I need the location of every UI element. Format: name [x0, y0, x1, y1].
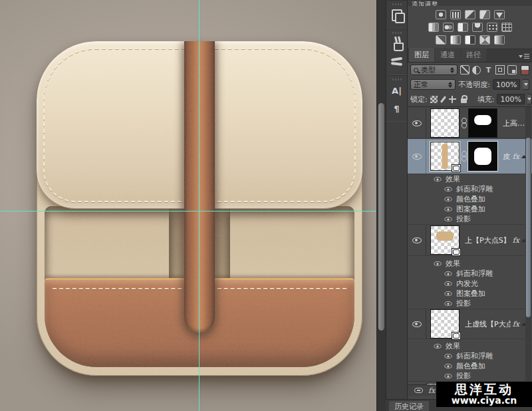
shape-layer-filter-icon[interactable] [495, 65, 505, 74]
effect-item[interactable]: 颜色叠加 [408, 361, 532, 371]
layers-scrollbar[interactable] [525, 107, 531, 384]
curves-icon[interactable] [465, 10, 475, 19]
fill-value[interactable]: 100% [497, 94, 524, 104]
effects-header[interactable]: 效果 [408, 341, 532, 351]
dock-grip[interactable] [392, 3, 402, 5]
opacity-value[interactable]: 100% [493, 79, 520, 90]
adjustment-layer-filter-icon[interactable] [472, 66, 481, 74]
effect-item[interactable]: 颜色叠加 [408, 194, 532, 204]
lock-pixels-icon[interactable] [440, 96, 446, 103]
eye-icon[interactable] [444, 207, 452, 211]
paragraph-panel-icon[interactable]: ¶ [389, 100, 405, 116]
eye-icon[interactable] [444, 281, 452, 286]
pixel-layer-filter-icon[interactable] [460, 65, 469, 74]
satchel-icon-artwork[interactable] [37, 41, 362, 376]
brightness-contrast-icon[interactable] [436, 10, 446, 19]
layer-name[interactable]: 皮… [503, 152, 511, 162]
eye-icon[interactable] [412, 321, 422, 327]
color-lookup-icon[interactable] [501, 23, 512, 32]
eye-icon[interactable] [444, 217, 452, 221]
mask-link-icon[interactable] [461, 151, 467, 162]
eye-icon[interactable] [412, 154, 422, 160]
layer-thumbnail[interactable] [430, 309, 460, 339]
photo-filter-icon[interactable] [472, 23, 483, 32]
vibrance-icon[interactable] [494, 10, 505, 19]
tab-layers[interactable]: 图层 [409, 48, 434, 62]
threshold-icon[interactable] [465, 35, 475, 45]
hue-saturation-icon[interactable] [428, 23, 439, 32]
channel-mixer-icon[interactable] [487, 23, 497, 32]
effect-item[interactable]: 斜面和浮雕 [408, 184, 532, 194]
exposure-icon[interactable] [479, 10, 490, 19]
eye-icon[interactable] [444, 291, 452, 296]
filter-kind-dropdown[interactable]: 类型 [410, 65, 458, 75]
type-layer-filter-icon[interactable]: T [484, 65, 493, 74]
blend-mode-dropdown[interactable]: 正常 [410, 79, 456, 90]
layer-row-strap-selected[interactable]: 皮… fx [408, 139, 532, 174]
eye-icon[interactable] [444, 364, 452, 368]
effect-item[interactable]: 图案叠加 [408, 204, 532, 214]
smart-object-filter-icon[interactable] [507, 65, 517, 74]
lock-transparency-icon[interactable] [430, 96, 438, 103]
effects-header[interactable]: 效果 [408, 174, 532, 184]
visibility-cell[interactable] [408, 225, 426, 255]
tool-presets-panel-icon[interactable] [389, 54, 405, 70]
layers-scrollbar-thumb[interactable] [526, 138, 531, 317]
black-white-icon[interactable] [458, 23, 468, 32]
visibility-cell[interactable] [408, 108, 426, 138]
effect-item[interactable]: 图案叠加 [408, 289, 532, 299]
lock-all-icon[interactable] [461, 98, 467, 103]
eye-icon[interactable] [444, 301, 452, 306]
dock-grip[interactable] [392, 78, 402, 80]
mask-link-icon[interactable] [461, 118, 467, 128]
character-panel-icon[interactable]: A| [389, 82, 405, 98]
eye-icon[interactable] [444, 187, 452, 192]
dock-grip[interactable] [392, 32, 402, 34]
layer-row-highlight[interactable]: 上高… [408, 108, 532, 138]
visibility-cell[interactable] [408, 309, 426, 339]
layer-name[interactable]: 上虚线【P大点… [465, 319, 511, 329]
invert-icon[interactable] [436, 35, 446, 45]
tab-paths[interactable]: 路径 [461, 48, 486, 62]
effect-item[interactable]: 投影 [408, 299, 532, 309]
layer-thumbnail[interactable] [430, 108, 460, 138]
layer-mask-thumbnail[interactable] [468, 142, 497, 171]
layer-mask-thumbnail[interactable] [468, 108, 497, 138]
layer-row-flap[interactable]: 上【P大点S】 fx [408, 224, 532, 256]
posterize-icon[interactable] [450, 35, 461, 45]
vertical-guide[interactable] [199, 0, 200, 411]
canvas-vertical-scrollbar[interactable] [376, 0, 386, 411]
layer-thumbnail[interactable] [430, 142, 460, 171]
canvas-scrollbar-thumb[interactable] [378, 103, 384, 331]
gradient-map-icon[interactable] [494, 35, 505, 45]
document-canvas[interactable] [0, 0, 376, 411]
effect-item[interactable]: 内发光 [408, 279, 532, 289]
eye-icon[interactable] [444, 354, 452, 358]
tab-history[interactable]: 历史记录 [389, 401, 429, 411]
eye-icon[interactable] [434, 177, 441, 182]
add-layer-style-icon[interactable]: fx [428, 386, 435, 395]
effects-header[interactable]: 效果 [408, 259, 532, 269]
effect-item[interactable]: 投影 [408, 214, 532, 224]
selective-color-icon[interactable] [479, 35, 490, 45]
levels-icon[interactable] [450, 10, 461, 19]
styles-panel-icon[interactable] [389, 7, 405, 23]
eye-icon[interactable] [444, 271, 452, 276]
layer-name[interactable]: 上【P大点S】 [465, 235, 511, 245]
panel-menu-icon[interactable] [519, 53, 529, 60]
horizontal-guide[interactable] [0, 211, 376, 211]
layer-row-dashed-line[interactable]: 上虚线【P大点… fx [408, 309, 532, 339]
filter-toggle-icon[interactable] [521, 65, 529, 75]
visibility-cell[interactable] [408, 139, 426, 174]
opacity-dropdown-arrow[interactable] [523, 79, 529, 90]
fill-dropdown-arrow[interactable] [527, 94, 532, 104]
tab-channels[interactable]: 通道 [435, 48, 460, 62]
eye-icon[interactable] [434, 344, 441, 348]
layer-thumbnail[interactable] [430, 225, 460, 255]
eye-icon[interactable] [412, 237, 422, 243]
brush-presets-panel-icon[interactable] [389, 36, 405, 52]
eye-icon[interactable] [444, 197, 452, 202]
eye-icon[interactable] [444, 374, 452, 378]
eye-icon[interactable] [434, 261, 441, 266]
effect-item[interactable]: 斜面和浮雕 [408, 351, 532, 361]
